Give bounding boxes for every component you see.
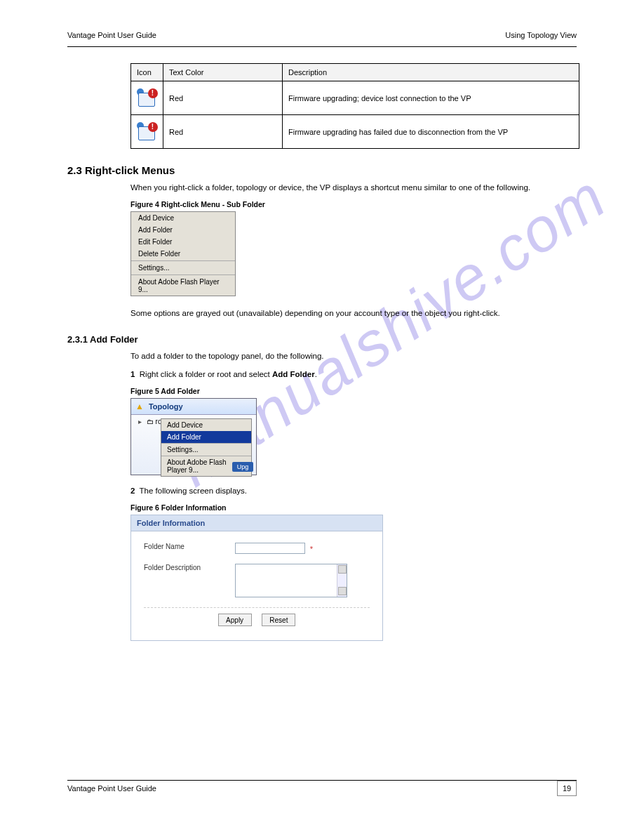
step2-text: The following screen displays.: [140, 486, 247, 495]
topology-panel-header: ▲ Topology: [131, 399, 256, 415]
header-right: Using Topology View: [505, 31, 577, 39]
ctx-item-about-flash[interactable]: About Adobe Flash Player 9...: [131, 276, 235, 296]
form-button-row: Apply Reset: [144, 607, 370, 636]
topology-panel-mock: ▲ Topology ▸ 🗀 root Add Device Add Folde…: [130, 398, 257, 475]
folder-name-field-wrap: *: [235, 543, 313, 554]
folder-desc-row: Folder Description: [144, 564, 370, 597]
page-number: 19: [557, 781, 577, 796]
folder-icon: 🗀: [147, 418, 154, 425]
warning-icon: ▲: [135, 402, 144, 411]
folder-info-form: Folder Information Folder Name * Folder …: [130, 515, 383, 641]
th-description: Description: [283, 64, 579, 81]
folder-name-input[interactable]: [235, 543, 305, 554]
context-menu-mock: Add Device Add Folder Edit Folder Delete…: [130, 211, 236, 296]
figure6-caption: Figure 6 Folder Information: [130, 503, 577, 512]
step1: 1 Right click a folder or root and selec…: [130, 369, 577, 380]
device-upgrade-disconnected-icon: !: [137, 88, 158, 108]
step1-text: Right click a folder or root and select …: [140, 370, 317, 378]
ctx-item-add-device[interactable]: Add Device: [161, 419, 251, 431]
section-title-2-3-1: 2.3.1 Add Folder: [67, 334, 577, 345]
ctx-item-settings[interactable]: Settings...: [131, 262, 235, 274]
ctx-item-add-folder[interactable]: Add Folder: [131, 224, 235, 236]
topology-title: Topology: [149, 402, 183, 411]
icon-cell: !: [131, 115, 163, 149]
ctx-item-delete-folder[interactable]: Delete Folder: [131, 248, 235, 260]
figure4-caption: Figure 4 Right-click Menu - Sub Folder: [130, 200, 577, 208]
ctx-item-add-device[interactable]: Add Device: [131, 212, 235, 224]
paragraph: To add a folder to the topology panel, d…: [130, 350, 577, 362]
paragraph: When you right-click a folder, topology …: [130, 182, 577, 193]
footer-left: Vantage Point User Guide: [67, 784, 156, 793]
separator: [131, 274, 235, 275]
ctx-item-edit-folder[interactable]: Edit Folder: [131, 236, 235, 248]
separator: [131, 260, 235, 261]
ctx-item-add-folder-highlighted[interactable]: Add Folder: [161, 431, 251, 443]
scroll-down-icon[interactable]: [338, 587, 347, 595]
step1-no: 1: [130, 370, 135, 378]
folder-desc-label: Folder Description: [144, 564, 235, 571]
folder-desc-textarea[interactable]: [235, 564, 347, 597]
scroll-up-icon[interactable]: [338, 565, 347, 574]
table-header-row: Icon Text Color Description: [131, 64, 579, 81]
section-2-3-1: 2.3.1 Add Folder To add a folder to the …: [67, 334, 577, 641]
row1-desc: Firmware upgrading; device lost connecti…: [283, 81, 579, 115]
th-icon: Icon: [131, 64, 163, 81]
step1-bold: Add Folder: [272, 370, 315, 378]
reset-button[interactable]: Reset: [262, 614, 295, 626]
row1-color: Red: [163, 81, 283, 115]
figure5-caption: Figure 5 Add Folder: [130, 387, 577, 395]
scrollbar[interactable]: [337, 564, 347, 597]
page-footer: Vantage Point User Guide 19: [67, 781, 577, 796]
ctx-item-settings[interactable]: Settings...: [161, 444, 251, 456]
apply-button[interactable]: Apply: [218, 614, 252, 626]
row2-desc: Firmware upgrading has failed due to dis…: [283, 115, 579, 149]
folder-form-header: Folder Information: [131, 515, 382, 531]
expand-arrow-icon: ▸: [138, 418, 142, 425]
row2-color: Red: [163, 115, 283, 149]
paragraph: Some options are grayed out (unavailable…: [130, 307, 577, 319]
folder-name-row: Folder Name *: [144, 543, 370, 554]
table-row: ! Red Firmware upgrading has failed due …: [131, 115, 579, 149]
upgrade-button[interactable]: Upg: [232, 462, 253, 472]
table-row: ! Red Firmware upgrading; device lost co…: [131, 81, 579, 115]
header-left: Vantage Point User Guide: [67, 31, 156, 39]
folder-name-label: Folder Name: [144, 543, 235, 550]
section-title-2-3: 2.3 Right-click Menus: [67, 164, 577, 176]
required-star-icon: *: [310, 545, 313, 553]
page-header: Vantage Point User Guide Using Topology …: [67, 31, 577, 39]
step2-no: 2: [130, 486, 135, 495]
status-icon-table: Icon Text Color Description ! Red Firmwa…: [130, 63, 579, 149]
page-content: Icon Text Color Description ! Red Firmwa…: [67, 63, 577, 641]
step2: 2 The following screen displays.: [130, 485, 577, 496]
section-2-3: 2.3 Right-click Menus When you right-cli…: [67, 164, 577, 319]
top-rule: [67, 46, 577, 47]
device-upgrade-failed-icon: !: [137, 122, 158, 142]
th-text-color: Text Color: [163, 64, 283, 81]
icon-cell: !: [131, 81, 163, 115]
